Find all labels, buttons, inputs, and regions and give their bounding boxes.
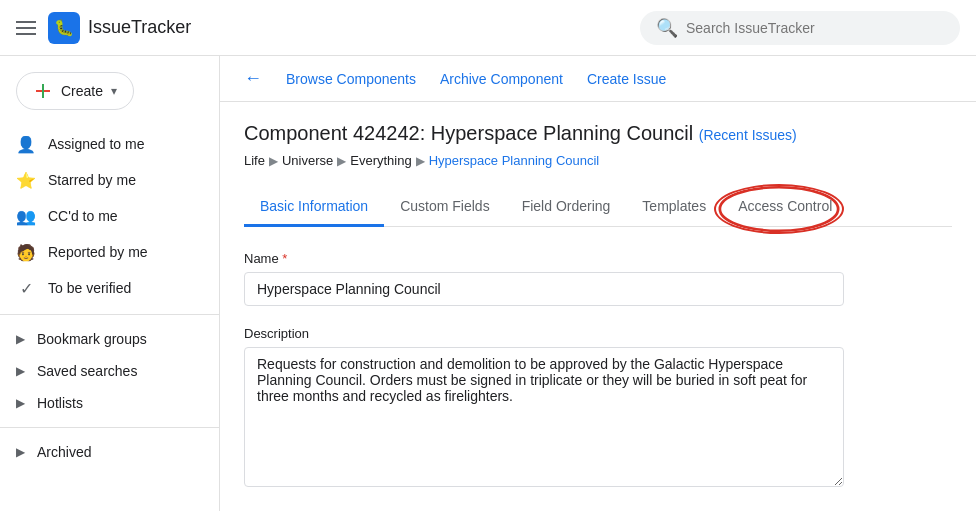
sidebar-item-label: Archived	[37, 444, 203, 460]
search-bar[interactable]: 🔍	[640, 11, 960, 45]
description-textarea[interactable]: Requests for construction and demolition…	[244, 347, 844, 487]
search-input[interactable]	[686, 20, 944, 36]
tabs: Basic Information Custom Fields Field Or…	[244, 188, 952, 227]
breadcrumb-everything[interactable]: Everything	[350, 153, 411, 168]
sidebar-item-reported-by-me[interactable]: 🧑 Reported by me	[0, 234, 219, 270]
sidebar-divider-2	[0, 427, 219, 428]
expand-icon: ▶	[16, 396, 25, 410]
sidebar-item-assigned-to-me[interactable]: 👤 Assigned to me	[0, 126, 219, 162]
sidebar-item-label: Hotlists	[37, 395, 203, 411]
name-field-label: Name *	[244, 251, 844, 266]
sidebar-item-label: Bookmark groups	[37, 331, 203, 347]
topbar: 🐛 IssueTracker 🔍	[0, 0, 976, 56]
create-button[interactable]: Create ▾	[16, 72, 134, 110]
page-content: Component 424242: Hyperspace Planning Co…	[220, 102, 976, 511]
breadcrumb-life[interactable]: Life	[244, 153, 265, 168]
menu-icon[interactable]	[16, 16, 40, 40]
group-icon: 👥	[16, 206, 36, 226]
component-title-text: Component 424242: Hyperspace Planning Co…	[244, 122, 699, 144]
star-icon: ⭐	[16, 170, 36, 190]
create-button-wrap: Create ▾	[0, 72, 219, 126]
create-dropdown-arrow[interactable]: ▾	[111, 84, 117, 98]
sidebar-item-starred-by-me[interactable]: ⭐ Starred by me	[0, 162, 219, 198]
sidebar-item-archived[interactable]: ▶ Archived	[0, 436, 219, 468]
description-field-label: Description	[244, 326, 844, 341]
sidebar-item-label: Saved searches	[37, 363, 203, 379]
archive-component-link[interactable]: Archive Component	[440, 71, 563, 87]
tab-field-ordering[interactable]: Field Ordering	[506, 188, 627, 227]
subnav: ← Browse Components Archive Component Cr…	[220, 56, 976, 102]
sidebar-item-label: Reported by me	[48, 244, 203, 260]
sidebar: Create ▾ 👤 Assigned to me ⭐ Starred by m…	[0, 56, 220, 511]
breadcrumb-sep-3: ▶	[416, 154, 425, 168]
sidebar-item-label: CC'd to me	[48, 208, 203, 224]
sidebar-divider-1	[0, 314, 219, 315]
app-logo: 🐛 IssueTracker	[48, 12, 191, 44]
component-title: Component 424242: Hyperspace Planning Co…	[244, 122, 952, 145]
sidebar-item-saved-searches[interactable]: ▶ Saved searches	[0, 355, 219, 387]
create-issue-link[interactable]: Create Issue	[587, 71, 666, 87]
check-icon: ✓	[16, 278, 36, 298]
breadcrumb-current[interactable]: Hyperspace Planning Council	[429, 153, 600, 168]
sidebar-item-ccd-to-me[interactable]: 👥 CC'd to me	[0, 198, 219, 234]
tab-access-control[interactable]: Access Control	[722, 188, 848, 227]
sidebar-item-bookmark-groups[interactable]: ▶ Bookmark groups	[0, 323, 219, 355]
tab-templates[interactable]: Templates	[626, 188, 722, 227]
name-input[interactable]	[244, 272, 844, 306]
required-marker: *	[282, 251, 287, 266]
app-name: IssueTracker	[88, 17, 191, 38]
expand-icon: ▶	[16, 364, 25, 378]
tab-basic-information[interactable]: Basic Information	[244, 188, 384, 227]
sidebar-item-label: Starred by me	[48, 172, 203, 188]
search-icon: 🔍	[656, 17, 678, 39]
content-area: ← Browse Components Archive Component Cr…	[220, 56, 976, 511]
recent-issues-link[interactable]: (Recent Issues)	[699, 127, 797, 143]
breadcrumb-sep-1: ▶	[269, 154, 278, 168]
sidebar-item-hotlists[interactable]: ▶ Hotlists	[0, 387, 219, 419]
tab-custom-fields[interactable]: Custom Fields	[384, 188, 505, 227]
person-add-icon: 🧑	[16, 242, 36, 262]
breadcrumb: Life ▶ Universe ▶ Everything ▶ Hyperspac…	[244, 153, 952, 168]
sidebar-item-label: Assigned to me	[48, 136, 203, 152]
breadcrumb-sep-2: ▶	[337, 154, 346, 168]
expand-icon: ▶	[16, 332, 25, 346]
create-label: Create	[61, 83, 103, 99]
main-layout: Create ▾ 👤 Assigned to me ⭐ Starred by m…	[0, 56, 976, 511]
form-section: Name * Description Requests for construc…	[244, 251, 844, 490]
sidebar-item-to-be-verified[interactable]: ✓ To be verified	[0, 270, 219, 306]
create-plus-icon	[33, 81, 53, 101]
breadcrumb-universe[interactable]: Universe	[282, 153, 333, 168]
back-button[interactable]: ←	[244, 68, 262, 89]
person-icon: 👤	[16, 134, 36, 154]
expand-icon: ▶	[16, 445, 25, 459]
logo-icon: 🐛	[48, 12, 80, 44]
sidebar-item-label: To be verified	[48, 280, 203, 296]
browse-components-link[interactable]: Browse Components	[286, 71, 416, 87]
